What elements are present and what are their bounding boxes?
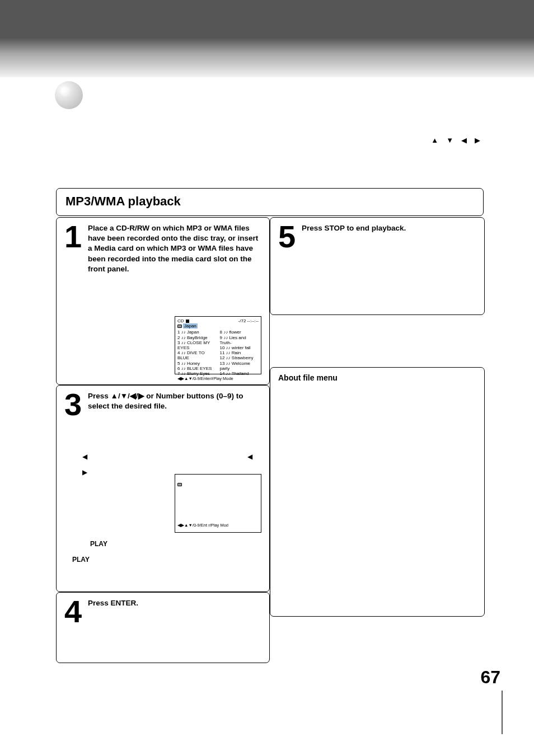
osd-item: 4 ♪♪ DIVE TO BLUE [177, 350, 217, 360]
osd-item: 14 ♪♪ Thailand [220, 371, 259, 376]
header-dark-strip [0, 0, 534, 38]
osd-screenshot-2: ◀▶▲▼/0-9/Ent r/Play Mod [175, 474, 261, 533]
osd-item: 12 ♪♪ Strawberry [220, 355, 259, 360]
osd-item: 6 ♪♪ BLUE EYES [177, 366, 217, 371]
page-number-divider [502, 691, 503, 734]
folder-icon [177, 325, 182, 328]
step-1-text: Place a CD-R/RW on which MP3 or WMA file… [88, 223, 261, 274]
right-arrow-glyph: ▶ [82, 468, 87, 476]
step-5-text: Press STOP to end playback. [302, 223, 476, 233]
osd-item: 9 ♪♪ Lies and Truth- [220, 335, 259, 345]
osd-screenshot-1: CD -/72 --:--:-- Japan 1 ♪♪ Japan 2 ♪♪ B… [175, 316, 261, 374]
osd-item: 11 ♪♪ Rain [220, 350, 259, 355]
osd-cd-label: CD [177, 318, 184, 323]
step-5-box: 5 Press STOP to end playback. [270, 217, 485, 315]
step-3-box: 3 Press ▲/▼/◀/▶ or Number buttons (0–9) … [56, 385, 270, 592]
folder-icon [177, 483, 182, 486]
about-file-menu-box: About file menu [270, 367, 485, 617]
section-title: MP3/WMA playback [65, 194, 474, 209]
osd-item: 5 ♪♪ Honey [177, 361, 217, 366]
step-number-1: 1 [64, 223, 85, 250]
arrow-glyph-a: ◀ [247, 453, 252, 461]
nav-arrow-glyph-row: ▲ ▼ ◀ ▶ [431, 136, 480, 144]
play-label-2: PLAY [72, 556, 90, 564]
stop-icon [186, 320, 189, 323]
page-number: 67 [480, 667, 500, 688]
osd-item: 10 ♪♪ winter fall [220, 345, 259, 350]
osd-footer-2: ◀▶▲▼/0-9/Ent r/Play Mod [177, 523, 259, 528]
up-triangle-icon: ▲ [431, 136, 438, 144]
osd-item: 1 ♪♪ Japan [177, 330, 217, 335]
down-triangle-icon: ▼ [446, 136, 453, 144]
osd-right-col: 8 ♪♪ flower 9 ♪♪ Lies and Truth- 10 ♪♪ w… [220, 330, 259, 376]
osd-left-col: 1 ♪♪ Japan 2 ♪♪ BayBridge 3 ♪♪ CLOSE MY … [177, 330, 217, 376]
step-4-box: 4 Press ENTER. [56, 592, 270, 663]
osd-footer: ◀▶▲▼/0-9/Enter/rPlay Mode [177, 377, 259, 382]
osd-item: 13 ♪♪ Welcome party [220, 361, 259, 371]
osd-item: 8 ♪♪ flower [220, 330, 259, 335]
osd-selected-folder: Japan [183, 323, 198, 328]
osd-item: 7 ♪♪ Blurry Eyes [177, 371, 217, 376]
play-label-1: PLAY [90, 540, 107, 548]
about-heading: About file menu [278, 373, 476, 382]
step-4-text: Press ENTER. [88, 598, 261, 608]
step-number-4: 4 [64, 598, 85, 625]
osd-item: 3 ♪♪ CLOSE MY EYES [177, 340, 217, 350]
step-number-5: 5 [278, 223, 298, 250]
osd-item: 2 ♪♪ BayBridge [177, 335, 217, 340]
step-number-3: 3 [64, 391, 85, 418]
step-1-box: 1 Place a CD-R/RW on which MP3 or WMA fi… [56, 217, 270, 385]
osd-time: -/72 --:--:-- [238, 318, 259, 323]
section-bullet-sphere [55, 81, 83, 109]
left-arrow-glyph: ◀ [82, 453, 87, 461]
header-gradient [0, 38, 534, 77]
section-title-box: MP3/WMA playback [56, 188, 484, 216]
right-triangle-icon: ▶ [475, 136, 480, 144]
left-triangle-icon: ◀ [461, 136, 467, 144]
step-3-text: Press ▲/▼/◀/▶ or Number buttons (0–9) to… [88, 391, 261, 411]
